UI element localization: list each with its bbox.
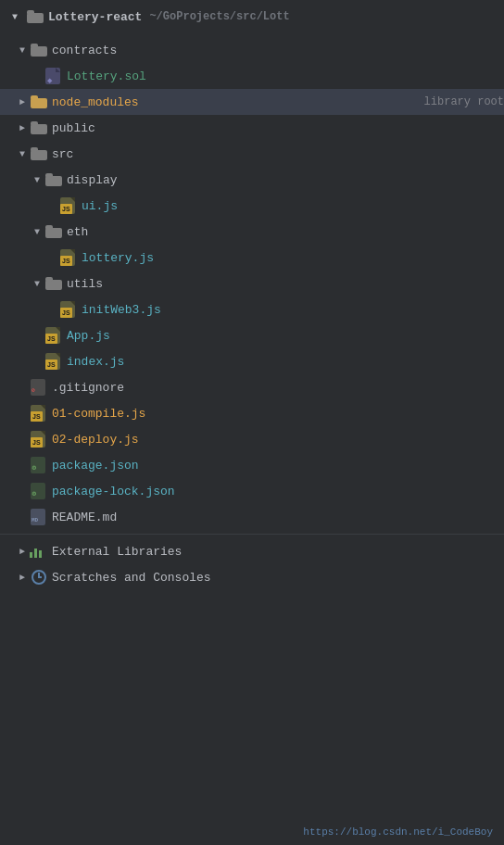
initweb3-js-label: initWeb3.js (82, 303, 504, 317)
tree-item-02-deploy[interactable]: JS 02-deploy.js (0, 426, 504, 452)
01-compile-label: 01-compile.js (52, 407, 504, 421)
tree-item-lottery-sol[interactable]: ◆ Lottery.sol (0, 63, 504, 89)
tree-item-utils[interactable]: utils (0, 271, 504, 296)
public-folder-icon (30, 119, 48, 137)
tree-item-external-libraries[interactable]: External Libraries (0, 538, 504, 564)
tree-divider (0, 534, 504, 535)
tree-item-package-lock-json[interactable]: ⚙ package-lock.json (0, 478, 504, 504)
eth-arrow (30, 224, 44, 239)
tree-item-index-js[interactable]: JS index.js (0, 348, 504, 374)
tree-item-public[interactable]: public (0, 115, 504, 141)
contracts-folder-icon (30, 41, 48, 59)
ui-js-icon: JS (59, 196, 78, 215)
svg-rect-18 (45, 277, 53, 282)
project-path: ~/GoProjects/src/Lott (149, 10, 289, 23)
src-folder-icon (30, 145, 48, 163)
scratches-consoles-arrow (15, 570, 30, 585)
tree-item-display[interactable]: display (0, 167, 504, 193)
lottery-sol-icon: ◆ (44, 67, 63, 85)
contracts-label: contracts (52, 44, 504, 57)
gitignore-label: .gitignore (52, 381, 504, 395)
project-folder-icon (26, 7, 44, 26)
app-js-label: App.js (67, 329, 504, 343)
project-arrow[interactable] (7, 9, 22, 24)
display-arrow (30, 172, 44, 187)
gitignore-icon: ⊘ (30, 378, 48, 397)
tree-item-initweb3-js[interactable]: JS initWeb3.js (0, 296, 504, 322)
external-libraries-label: External Libraries (52, 545, 504, 559)
file-tree: contracts ◆ Lottery.sol node_modules lib… (0, 33, 504, 594)
display-folder-icon (44, 170, 63, 189)
svg-rect-1 (27, 10, 34, 15)
svg-rect-8 (31, 95, 38, 100)
tree-item-gitignore[interactable]: ⊘ .gitignore (0, 374, 504, 400)
tree-item-node-modules[interactable]: node_modules library root (0, 89, 504, 115)
scratches-consoles-icon (30, 568, 48, 586)
initweb3-js-icon: JS (59, 300, 78, 319)
package-lock-json-label: package-lock.json (52, 485, 504, 498)
external-libraries-icon (30, 542, 48, 561)
02-deploy-label: 02-deploy.js (52, 433, 504, 447)
utils-folder-icon (44, 274, 63, 293)
utils-label: utils (67, 277, 504, 291)
node-modules-arrow (15, 95, 30, 109)
project-name: Lottery-react (48, 10, 142, 24)
index-js-label: index.js (67, 355, 504, 369)
lottery-js-icon: JS (59, 248, 78, 267)
index-js-icon: JS (44, 352, 63, 371)
readme-md-label: README.md (52, 511, 504, 524)
package-json-icon: ⚙ (30, 456, 48, 474)
public-arrow (15, 120, 30, 135)
contracts-arrow (15, 43, 30, 57)
lottery-sol-label: Lottery.sol (67, 69, 504, 83)
footer-url: https://blog.csdn.net/i_CodeBoy (303, 826, 493, 838)
utils-arrow (30, 276, 44, 291)
svg-rect-10 (31, 121, 38, 126)
tree-item-01-compile[interactable]: JS 01-compile.js (0, 400, 504, 426)
01-compile-icon: JS (30, 404, 48, 422)
tree-item-readme-md[interactable]: MD README.md (0, 504, 504, 530)
tree-item-eth[interactable]: eth (0, 219, 504, 245)
tree-item-package-json[interactable]: ⚙ package.json (0, 452, 504, 478)
ui-js-label: ui.js (82, 199, 504, 213)
svg-rect-12 (31, 147, 38, 152)
eth-label: eth (67, 225, 504, 239)
package-lock-json-icon: ⚙ (30, 482, 48, 500)
svg-rect-14 (45, 173, 53, 178)
tree-item-ui-js[interactable]: JS ui.js (0, 193, 504, 219)
eth-folder-icon (44, 222, 63, 241)
tree-item-app-js[interactable]: JS App.js (0, 322, 504, 348)
svg-rect-3 (31, 44, 38, 48)
tree-item-src[interactable]: src (0, 141, 504, 167)
readme-md-icon: MD (30, 508, 48, 526)
display-label: display (67, 173, 504, 187)
library-root-badge: library root (424, 95, 504, 108)
project-header: Lottery-react ~/GoProjects/src/Lott (0, 0, 504, 33)
src-arrow (15, 146, 30, 161)
package-json-label: package.json (52, 459, 504, 473)
node-modules-label: node_modules (52, 95, 417, 109)
src-label: src (52, 147, 504, 161)
external-libraries-arrow (15, 544, 30, 559)
02-deploy-icon: JS (30, 430, 48, 448)
node-modules-folder-icon (30, 93, 48, 111)
tree-item-lottery-js[interactable]: JS lottery.js (0, 245, 504, 271)
tree-item-contracts[interactable]: contracts (0, 37, 504, 63)
tree-item-scratches-consoles[interactable]: Scratches and Consoles (0, 564, 504, 590)
public-label: public (52, 121, 504, 135)
app-js-icon: JS (44, 326, 63, 345)
scratches-consoles-label: Scratches and Consoles (52, 571, 504, 585)
svg-rect-16 (45, 225, 53, 230)
lottery-js-label: lottery.js (82, 251, 504, 265)
